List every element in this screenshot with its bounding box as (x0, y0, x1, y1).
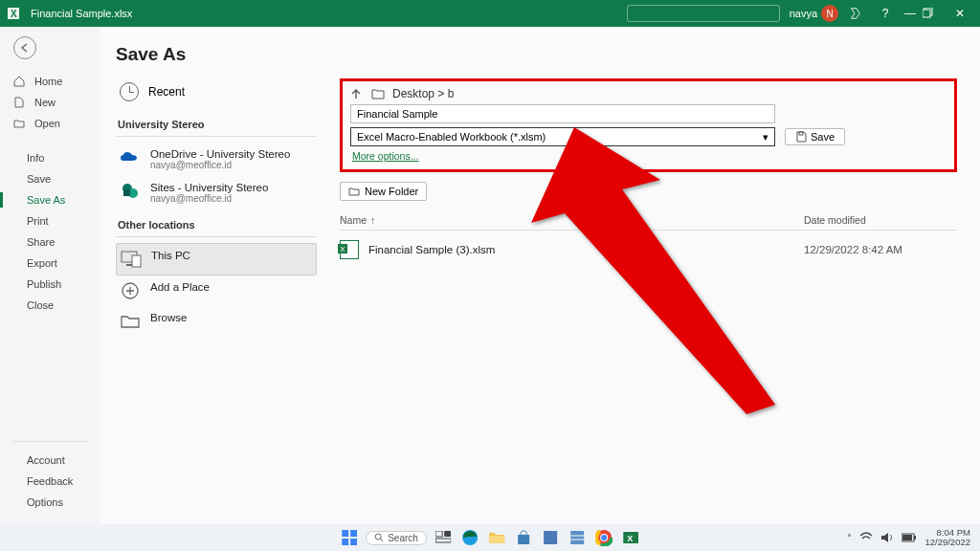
breadcrumb-path[interactable]: Desktop > b (392, 87, 454, 100)
column-date-header[interactable]: Date modified (804, 214, 957, 226)
sort-asc-icon: ↑ (370, 214, 375, 226)
nav-label: Feedback (27, 475, 73, 487)
nav-print[interactable]: Print (0, 210, 100, 231)
svg-rect-13 (342, 530, 348, 537)
nav-options[interactable]: Options (0, 492, 100, 513)
more-options-link[interactable]: More options... (352, 150, 418, 162)
app-icon-2[interactable] (567, 527, 588, 548)
help-icon[interactable]: ? (873, 7, 898, 20)
nav-home[interactable]: Home (0, 71, 100, 92)
svg-rect-6 (123, 189, 130, 196)
location-add-place[interactable]: Add a Place (116, 276, 317, 306)
excel-app-icon: X (8, 6, 23, 21)
excel-taskbar-icon[interactable]: X (620, 527, 641, 548)
user-avatar[interactable]: N (821, 5, 838, 22)
wifi-icon[interactable] (859, 532, 873, 543)
filetype-dropdown[interactable]: Excel Macro-Enabled Workbook (*.xlsm) ▾ (350, 127, 775, 146)
filetype-value: Excel Macro-Enabled Workbook (*.xlsm) (357, 131, 546, 143)
nav-label: Open (34, 118, 60, 129)
onedrive-icon (120, 148, 141, 167)
windows-taskbar: Search X ˄ 8:04 PM 12/29/2022 (0, 524, 980, 551)
browse-icon (120, 312, 141, 331)
svg-rect-20 (444, 531, 451, 537)
nav-info[interactable]: Info (0, 147, 100, 168)
svg-point-33 (601, 535, 607, 540)
svg-rect-15 (342, 539, 348, 545)
location-onedrive[interactable]: OneDrive - University Stereo navya@meoff… (116, 143, 317, 176)
svg-rect-21 (435, 539, 451, 542)
app-icon-1[interactable] (540, 527, 561, 548)
section-header-other: Other locations (118, 219, 317, 231)
file-row[interactable]: Financial Sample (3).xlsm 12/29/2022 8:4… (340, 231, 957, 269)
active-indicator (0, 192, 3, 208)
system-clock[interactable]: 8:04 PM 12/29/2022 (924, 528, 970, 548)
nav-share[interactable]: Share (0, 231, 100, 253)
open-icon (13, 118, 27, 129)
svg-rect-23 (489, 536, 504, 543)
nav-label: Export (27, 257, 57, 269)
location-subtitle: navya@meoffice.id (150, 193, 268, 204)
minimize-icon[interactable]: — (898, 7, 923, 20)
restore-icon[interactable] (923, 8, 947, 19)
coming-soon-icon[interactable] (848, 7, 873, 20)
location-sites[interactable]: Sites - University Stereo navya@meoffice… (116, 176, 317, 209)
xlsm-file-icon (340, 240, 359, 259)
svg-text:X: X (627, 534, 633, 543)
recent-label: Recent (148, 85, 185, 99)
nav-label: Home (34, 76, 62, 87)
svg-rect-8 (126, 264, 132, 266)
file-explorer-icon[interactable] (486, 527, 507, 548)
taskbar-search[interactable]: Search (366, 531, 427, 545)
nav-export[interactable]: Export (0, 253, 100, 274)
close-icon[interactable]: ✕ (947, 7, 972, 20)
battery-icon[interactable] (902, 533, 917, 542)
location-browse[interactable]: Browse (116, 306, 317, 337)
back-button[interactable] (13, 36, 36, 59)
svg-rect-16 (350, 539, 357, 545)
nav-publish[interactable]: Publish (0, 274, 100, 295)
nav-save[interactable]: Save (0, 168, 100, 189)
svg-rect-9 (132, 255, 141, 267)
svg-rect-25 (544, 531, 557, 544)
up-one-level-icon[interactable] (350, 88, 364, 99)
location-this-pc[interactable]: This PC (116, 243, 317, 276)
edge-icon[interactable] (459, 527, 480, 548)
svg-rect-14 (350, 530, 357, 537)
nav-account[interactable]: Account (0, 450, 100, 471)
backstage-sidebar: Home New Open Info Save Save As Print Sh… (0, 27, 100, 524)
nav-new[interactable]: New (0, 92, 100, 113)
save-panel-column: Desktop > b Excel Macro-Enabled Workbook… (340, 78, 957, 337)
location-title: Sites - University Stereo (150, 182, 268, 193)
nav-label: Account (27, 454, 65, 466)
breadcrumb-row: Desktop > b (343, 81, 954, 104)
user-name[interactable]: navya (790, 8, 817, 19)
column-name-header[interactable]: Name ↑ (340, 214, 804, 226)
recent-location[interactable]: Recent (116, 78, 317, 113)
location-title: Add a Place (150, 281, 210, 293)
filename-input[interactable] (350, 104, 775, 123)
nav-close[interactable]: Close (0, 295, 100, 316)
nav-feedback[interactable]: Feedback (0, 471, 100, 492)
volume-icon[interactable] (880, 532, 894, 543)
save-icon (795, 131, 807, 143)
location-title: OneDrive - University Stereo (150, 148, 290, 160)
home-icon (13, 76, 27, 87)
nav-label: Save (27, 173, 51, 185)
tray-chevron-icon[interactable]: ˄ (847, 533, 852, 543)
tell-me-search[interactable] (627, 5, 780, 22)
content-pane: Save As Recent University Stereo OneDriv… (100, 27, 980, 524)
date-value: 12/29/2022 (924, 538, 970, 547)
nav-label: Share (27, 236, 55, 248)
new-folder-button[interactable]: New Folder (340, 182, 427, 201)
file-list-header: Name ↑ Date modified (340, 210, 957, 231)
folder-icon (371, 88, 385, 99)
start-button[interactable] (339, 527, 360, 548)
chrome-icon[interactable] (593, 527, 614, 548)
store-icon[interactable] (513, 527, 534, 548)
save-button[interactable]: Save (785, 128, 845, 145)
nav-open[interactable]: Open (0, 113, 100, 134)
nav-save-as[interactable]: Save As (0, 189, 100, 210)
task-view-icon[interactable] (433, 527, 454, 548)
nav-label: Close (27, 299, 54, 311)
nav-label: Options (27, 496, 63, 508)
